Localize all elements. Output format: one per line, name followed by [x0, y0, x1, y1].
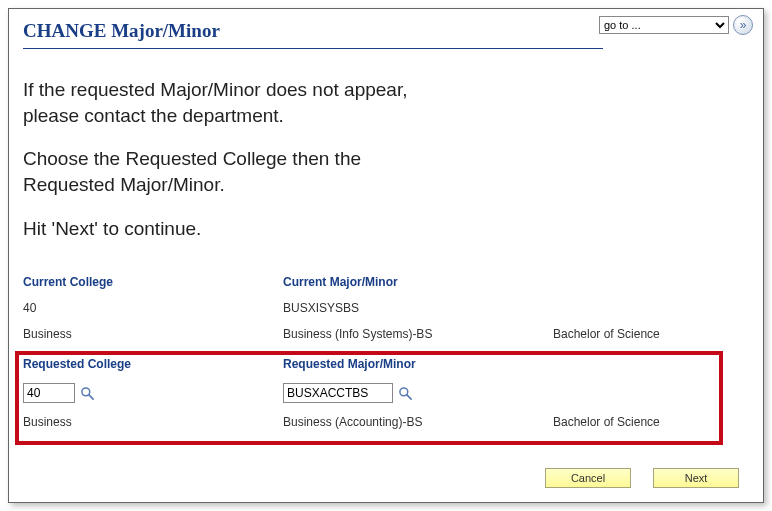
- lookup-major-button[interactable]: [397, 385, 413, 401]
- data-area: Current College Current Major/Minor 40 B…: [23, 275, 749, 431]
- current-degree: Bachelor of Science: [553, 325, 733, 343]
- svg-line-1: [88, 394, 92, 398]
- current-college-header: Current College: [23, 275, 283, 291]
- current-college-name: Business: [23, 325, 283, 343]
- current-major-code: BUSXISYSBS: [283, 299, 553, 317]
- instructions-block: If the requested Major/Minor does not ap…: [23, 77, 749, 241]
- current-major-name: Business (Info Systems)-BS: [283, 325, 553, 343]
- top-right-controls: go to ... »: [599, 15, 753, 35]
- next-button[interactable]: Next: [653, 468, 739, 488]
- magnifier-icon: [80, 386, 95, 401]
- requested-major-name: Business (Accounting)-BS: [283, 413, 553, 431]
- page-title: CHANGE Major/Minor: [23, 17, 603, 49]
- lookup-college-button[interactable]: [79, 385, 95, 401]
- requested-college-header: Requested College: [23, 357, 283, 373]
- goto-select[interactable]: go to ...: [599, 16, 729, 34]
- instruction-line: Hit 'Next' to continue.: [23, 218, 201, 239]
- current-grid: Current College Current Major/Minor 40 B…: [23, 275, 749, 343]
- current-college-code: 40: [23, 299, 283, 317]
- requested-grid: Requested College Requested Major/Minor: [23, 343, 749, 431]
- svg-line-3: [406, 394, 410, 398]
- instruction-line: Choose the Requested College then the: [23, 148, 361, 169]
- page-frame: go to ... » CHANGE Major/Minor If the re…: [8, 8, 764, 503]
- instruction-line: If the requested Major/Minor does not ap…: [23, 79, 407, 100]
- requested-major-header: Requested Major/Minor: [283, 357, 553, 373]
- instruction-line: Requested Major/Minor.: [23, 174, 225, 195]
- chevron-right-icon: »: [740, 18, 747, 32]
- footer-buttons: Cancel Next: [545, 468, 739, 488]
- requested-major-input[interactable]: [283, 383, 393, 403]
- magnifier-icon: [398, 386, 413, 401]
- requested-degree: Bachelor of Science: [553, 413, 733, 431]
- requested-college-name: Business: [23, 413, 283, 431]
- cancel-button[interactable]: Cancel: [545, 468, 631, 488]
- requested-college-input[interactable]: [23, 383, 75, 403]
- current-major-header: Current Major/Minor: [283, 275, 553, 291]
- instruction-line: please contact the department.: [23, 105, 284, 126]
- go-button[interactable]: »: [733, 15, 753, 35]
